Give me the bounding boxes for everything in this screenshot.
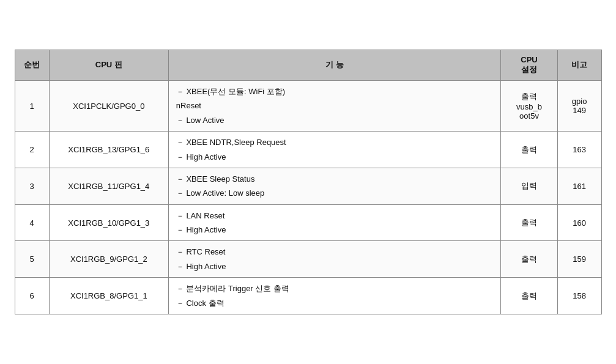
cell-cpu-setting: 입력 — [501, 168, 557, 204]
table-row: 1XCI1PCLK/GPG0_0－ XBEE(무선 모듈: WiFi 포함) n… — [15, 80, 601, 131]
cell-pin: XCI1PCLK/GPG0_0 — [49, 80, 168, 131]
table-row: 2XCI1RGB_13/GPG1_6－ XBEE NDTR,Sleep Requ… — [15, 132, 601, 168]
function-line: － High Active — [176, 259, 496, 273]
cell-function: － XBEE(무선 모듈: WiFi 포함) nReset－ Low Activ… — [168, 80, 501, 131]
cell-note: 161 — [557, 168, 601, 204]
cell-cpu-setting: 출력 — [501, 241, 557, 278]
cell-cpu-setting: 출력 — [501, 204, 557, 241]
cell-seq: 4 — [15, 204, 49, 241]
function-line: － XBEE NDTR,Sleep Request — [176, 135, 496, 149]
cell-function: － LAN Reset－ High Active — [168, 204, 501, 241]
function-line: － XBEE(무선 모듈: WiFi 포함) — [176, 84, 496, 98]
cell-note: gpio149 — [557, 80, 601, 131]
function-line: － XBEE Sleep Status — [176, 172, 496, 186]
table-row: 5XCI1RGB_9/GPG1_2－ RTC Reset－ High Activ… — [15, 241, 601, 278]
function-line: － LAN Reset — [176, 209, 496, 223]
cell-seq: 1 — [15, 80, 49, 131]
function-line: － High Active — [176, 223, 496, 237]
cell-function: － 분석카메라 Trigger 신호 출력－ Clock 출력 — [168, 278, 501, 314]
cell-cpu-setting: 출력vusb_boot5v — [501, 80, 557, 131]
cell-seq: 5 — [15, 241, 49, 278]
cell-cpu-setting: 출력 — [501, 278, 557, 314]
cell-seq: 6 — [15, 278, 49, 314]
cell-note: 163 — [557, 132, 601, 168]
function-line: － Low Active — [176, 113, 496, 127]
cell-function: － XBEE NDTR,Sleep Request－ High Active — [168, 132, 501, 168]
function-line: － RTC Reset — [176, 245, 496, 259]
cell-function: － XBEE Sleep Status－ Low Active: Low sle… — [168, 168, 501, 204]
cell-pin: XCI1RGB_11/GPG1_4 — [49, 168, 168, 204]
table-row: 4XCI1RGB_10/GPG1_3－ LAN Reset－ High Acti… — [15, 204, 601, 241]
cell-pin: XCI1RGB_13/GPG1_6 — [49, 132, 168, 168]
cell-note: 159 — [557, 241, 601, 278]
function-line: － 분석카메라 Trigger 신호 출력 — [176, 281, 496, 295]
cell-seq: 3 — [15, 168, 49, 204]
cell-pin: XCI1RGB_8/GPG1_1 — [49, 278, 168, 314]
cell-note: 160 — [557, 204, 601, 241]
function-line: － High Active — [176, 150, 496, 164]
header-func: 기 능 — [168, 50, 501, 80]
table-header-row: 순번 CPU 핀 기 능 CPU설정 비고 — [15, 50, 601, 80]
function-line: － Clock 출력 — [176, 296, 496, 310]
table-row: 3XCI1RGB_11/GPG1_4－ XBEE Sleep Status－ L… — [15, 168, 601, 204]
cell-seq: 2 — [15, 132, 49, 168]
cpu-pin-table: 순번 CPU 핀 기 능 CPU설정 비고 1XCI1PCLK/GPG0_0－ … — [15, 50, 602, 314]
table-row: 6XCI1RGB_8/GPG1_1－ 분석카메라 Trigger 신호 출력－ … — [15, 278, 601, 314]
header-seq: 순번 — [15, 50, 49, 80]
function-line: nReset — [176, 98, 496, 113]
cell-note: 158 — [557, 278, 601, 314]
header-note: 비고 — [557, 50, 601, 80]
cell-function: － RTC Reset－ High Active — [168, 241, 501, 278]
function-line: － Low Active: Low sleep — [176, 186, 496, 200]
cell-pin: XCI1RGB_9/GPG1_2 — [49, 241, 168, 278]
header-pin: CPU 핀 — [49, 50, 168, 80]
cell-cpu-setting: 출력 — [501, 132, 557, 168]
main-table-container: 순번 CPU 핀 기 능 CPU설정 비고 1XCI1PCLK/GPG0_0－ … — [15, 50, 602, 314]
header-cpu-setting: CPU설정 — [501, 50, 557, 80]
cell-pin: XCI1RGB_10/GPG1_3 — [49, 204, 168, 241]
